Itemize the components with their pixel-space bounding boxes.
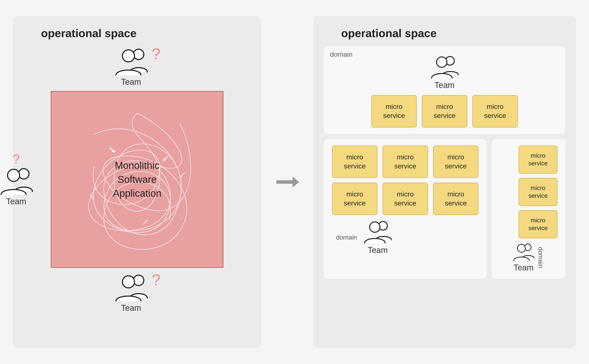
team-bottom-container: Team (114, 272, 148, 313)
svg-point-11 (370, 222, 380, 232)
team-top: Team ? (114, 46, 161, 87)
main-container: operational space Team ? ? (0, 0, 589, 364)
domain-bottom-left: microservice microservice microservice m… (324, 139, 487, 279)
team-left-label: Team (6, 197, 26, 206)
micro-service-r1: microservice (519, 146, 557, 174)
arrow-icon (275, 176, 299, 188)
services-row-mid: microservice microservice microservice (332, 146, 479, 178)
team-top-label: Team (121, 78, 141, 87)
team-bottom-icon (114, 272, 148, 301)
team-domain-top-label: Team (435, 81, 455, 90)
team-bottom: Team ? (114, 272, 161, 313)
team-top-container: Team (114, 46, 148, 87)
team-domain-bottom-label: Team (368, 246, 388, 255)
svg-point-13 (517, 244, 526, 252)
domains-grid: domain Team microservice microservice mi… (324, 46, 565, 337)
right-panel: operational space domain Team microservi… (313, 16, 576, 348)
domain-bottom-right: microservice microservice microservice (492, 139, 565, 279)
micro-service-2: microservice (422, 95, 467, 127)
svg-rect-6 (276, 180, 293, 184)
team-domain-right-label: Team (514, 263, 534, 272)
micro-service-1: microservice (371, 95, 417, 127)
micro-service-r2: microservice (519, 178, 557, 206)
team-domain-bottom-icon (364, 220, 392, 243)
question-top: ? (152, 46, 161, 62)
domain-bottom-label: domain (336, 234, 357, 241)
micro-service-4: microservice (332, 146, 377, 178)
services-row-bot: microservice microservice microservice (332, 183, 479, 215)
bottom-team-row: domain Team (336, 220, 479, 255)
bottom-domain-row: microservice microservice microservice m… (324, 139, 565, 279)
micro-service-5: microservice (383, 146, 428, 178)
left-panel: operational space Team ? ? (13, 16, 261, 348)
team-domain-right-icon (513, 243, 534, 261)
svg-point-9 (436, 57, 447, 67)
micro-service-8: microservice (383, 183, 428, 215)
team-domain-right-container: Team (513, 243, 534, 272)
micro-service-9: microservice (433, 183, 478, 215)
micro-service-6: microservice (433, 146, 478, 178)
micro-service-r3: microservice (519, 210, 557, 238)
svg-point-2 (19, 169, 29, 179)
services-row-top: microservice microservice microservice (332, 95, 557, 127)
svg-marker-7 (293, 177, 299, 187)
question-bottom: ? (152, 272, 161, 288)
micro-service-7: microservice (332, 183, 377, 215)
svg-point-1 (122, 50, 134, 62)
team-top-icon (114, 46, 148, 75)
svg-point-5 (122, 276, 134, 288)
svg-point-4 (134, 275, 144, 286)
team-domain-bottom-container: Team (364, 220, 392, 255)
right-domain-services: microservice microservice microservice (500, 146, 557, 238)
domain-top-label: domain (330, 51, 353, 58)
arrow-container (274, 176, 300, 188)
monolith-text: Monolithic Software Application (113, 158, 161, 200)
svg-point-0 (134, 49, 144, 59)
team-left-icon (0, 166, 33, 195)
team-bottom-label: Team (121, 303, 141, 313)
question-left: ? (13, 153, 20, 166)
left-panel-title: operational space (41, 27, 136, 40)
domain-top-content: Team (332, 55, 557, 90)
monolith-box: Monolithic Software Application (51, 91, 223, 268)
right-team-row: Team domain (513, 243, 544, 272)
svg-point-3 (7, 169, 20, 181)
domain-right-label: domain (537, 247, 544, 268)
domain-top-box: domain Team microservice microservice mi… (324, 46, 565, 134)
micro-service-3: microservice (472, 95, 518, 127)
team-domain-top-icon (430, 55, 459, 78)
right-panel-title: operational space (341, 27, 436, 40)
